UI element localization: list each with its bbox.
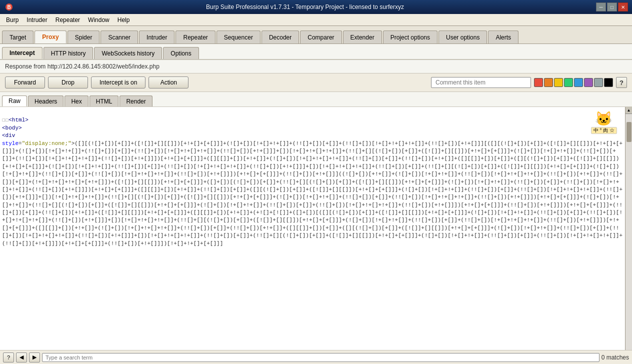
action-bar: Forward Drop Intercept is on Action ?	[0, 74, 632, 92]
search-bar: ? ◀ ▶ 0 matches	[0, 350, 632, 364]
response-bar: Response from http://120.24.86.145:8002/…	[0, 60, 632, 74]
tab-spider[interactable]: Spider	[68, 30, 100, 44]
vertical-scrollbar[interactable]: ▲	[625, 107, 632, 350]
tab-repeater[interactable]: Repeater	[176, 30, 215, 44]
action-button[interactable]: Action	[148, 76, 188, 88]
tab-project-options[interactable]: Project options	[383, 30, 438, 44]
menu-repeater[interactable]: Repeater	[52, 16, 84, 24]
format-tab-bar: Raw Headers Hex HTML Render	[0, 92, 632, 107]
drop-button[interactable]: Drop	[48, 76, 88, 88]
tab-extender[interactable]: Extender	[343, 30, 382, 44]
format-tab-render[interactable]: Render	[120, 96, 152, 106]
search-next-button[interactable]: ▶	[29, 352, 40, 362]
matches-label: 0 matches	[602, 354, 629, 361]
minimize-button[interactable]: ─	[596, 2, 606, 12]
main-content: Response from http://120.24.86.145:8002/…	[0, 60, 632, 364]
color-dot-gray[interactable]	[594, 78, 603, 87]
main-tab-bar: Target Proxy Spider Scanner Intruder Rep…	[0, 26, 632, 44]
scroll-up-button[interactable]: ▲	[626, 107, 632, 114]
menu-burp[interactable]: Burp	[2, 16, 22, 24]
comment-input[interactable]	[431, 77, 531, 88]
menu-help[interactable]: Help	[114, 16, 134, 24]
color-dot-yellow[interactable]	[554, 78, 563, 87]
forward-button[interactable]: Forward	[5, 76, 45, 88]
color-dot-orange[interactable]	[544, 78, 553, 87]
color-picker	[534, 78, 613, 87]
format-tab-headers[interactable]: Headers	[28, 96, 64, 106]
search-prev-button[interactable]: ◀	[16, 352, 27, 362]
title-bar: B Burp Suite Professional v1.7.31 - Temp…	[0, 0, 632, 14]
tab-scanner[interactable]: Scanner	[100, 30, 138, 44]
format-tab-raw[interactable]: Raw	[2, 96, 27, 106]
subtab-websockets-history[interactable]: WebSockets history	[94, 47, 162, 59]
tab-decoder[interactable]: Decoder	[262, 30, 299, 44]
close-button[interactable]: ✕	[618, 2, 628, 12]
color-dot-blue[interactable]	[574, 78, 583, 87]
sub-tab-bar: Intercept HTTP history WebSockets histor…	[0, 44, 632, 60]
subtab-intercept[interactable]: Intercept	[2, 47, 42, 59]
tab-comparer[interactable]: Comparer	[300, 30, 342, 44]
window-controls: ─ □ ✕	[596, 2, 628, 12]
maximize-button[interactable]: □	[607, 2, 617, 12]
app-icon: B	[4, 2, 14, 12]
tab-target[interactable]: Target	[2, 30, 34, 44]
color-dot-black[interactable]	[604, 78, 613, 87]
subtab-options[interactable]: Options	[163, 47, 198, 59]
intercept-toggle-button[interactable]: Intercept is on	[91, 76, 146, 88]
scroll-thumb[interactable]	[626, 122, 632, 142]
code-editor[interactable]: ☐☐<html> <body> <div style="display:none…	[0, 107, 625, 350]
color-dot-green[interactable]	[564, 78, 573, 87]
editor-container: ☐☐<html> <body> <div style="display:none…	[0, 107, 632, 350]
color-dot-purple[interactable]	[584, 78, 593, 87]
subtab-http-history[interactable]: HTTP history	[44, 47, 94, 59]
window-title: Burp Suite Professional v1.7.31 - Tempor…	[14, 4, 596, 10]
tab-intruder[interactable]: Intruder	[139, 30, 174, 44]
menu-intruder[interactable]: Intruder	[22, 16, 51, 24]
tab-sequencer[interactable]: Sequencer	[216, 30, 260, 44]
search-input[interactable]	[42, 353, 600, 362]
menu-window[interactable]: Window	[84, 16, 114, 24]
response-url: Response from http://120.24.86.145:8002/…	[5, 63, 160, 70]
format-tab-html[interactable]: HTML	[90, 96, 119, 106]
tab-alerts[interactable]: Alerts	[488, 30, 518, 44]
help-button[interactable]: ?	[616, 77, 627, 88]
tab-proxy[interactable]: Proxy	[34, 30, 66, 44]
format-tab-hex[interactable]: Hex	[64, 96, 88, 106]
search-help-button[interactable]: ?	[3, 352, 14, 362]
color-dot-red[interactable]	[534, 78, 543, 87]
tab-user-options[interactable]: User options	[438, 30, 487, 44]
menu-bar: Burp Intruder Repeater Window Help	[0, 14, 632, 26]
svg-text:B: B	[7, 4, 10, 10]
